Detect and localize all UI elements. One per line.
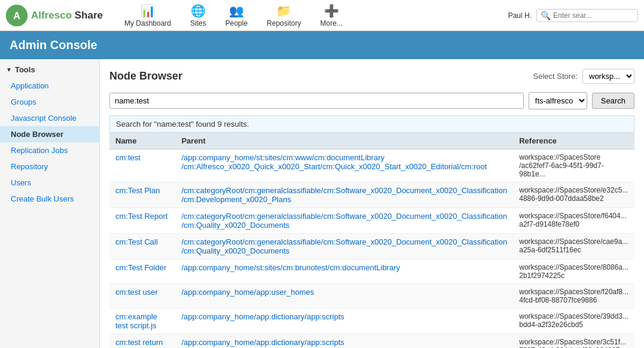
table-row: cm:test/app:company_home/st:sites/cm:www… xyxy=(109,149,634,182)
nav-sites[interactable]: 🌐 Sites xyxy=(181,0,216,31)
query-input[interactable] xyxy=(109,93,524,109)
top-nav: A Alfresco Share 📊 My Dashboard 🌐 Sites … xyxy=(0,0,644,31)
table-header-row: Name Parent Reference xyxy=(109,133,634,149)
sidebar-item-javascript-console[interactable]: Javascript Console xyxy=(0,110,99,126)
people-icon: 👥 xyxy=(229,4,244,18)
row-ref-line2: /ac62fef7-6ac9-45f1-99d7-98b1e... xyxy=(519,161,628,178)
row-parent-link[interactable]: /cm:categoryRoot/cm:generalclassifiable/… xyxy=(181,237,507,246)
nav-items: 📊 My Dashboard 🌐 Sites 👥 People 📁 Reposi… xyxy=(115,0,508,31)
row-parent-link[interactable]: /app:company_home/app:dictionary/app:scr… xyxy=(181,312,344,321)
row-ref-line1: workspace://SpacesStore xyxy=(519,153,628,161)
col-header-reference: Reference xyxy=(513,133,634,149)
row-name-link[interactable]: cm:Test Plan xyxy=(115,186,160,195)
content-area: Node Browser Select Store: worksp... fts… xyxy=(100,59,644,348)
row-parent-link[interactable]: /app:company_home/st:sites/cm:brunotest/… xyxy=(181,263,400,272)
search-box-nav[interactable]: 🔍 xyxy=(536,9,638,22)
row-ref-line2: a25a-6df2511f16ec xyxy=(519,246,628,254)
logo-area: A Alfresco Share xyxy=(6,5,115,26)
table-row: cm:test return value.js/app:company_home… xyxy=(109,334,634,349)
search-button[interactable]: Search xyxy=(592,93,634,109)
table-row: cm:example test script.js/app:company_ho… xyxy=(109,309,634,334)
row-ref-line1: workspace://SpacesStore/cae9a... xyxy=(519,237,628,246)
row-ref-line2: 4fcd-bf08-88707fce9886 xyxy=(519,296,628,304)
table-row: cm:Test Folder/app:company_home/st:sites… xyxy=(109,260,634,284)
row-ref-line1: workspace://SpacesStore/39dd3... xyxy=(519,312,628,320)
row-name-link[interactable]: cm:test return value.js xyxy=(115,338,163,348)
dashboard-icon: 📊 xyxy=(141,4,155,18)
table-row: cm:Test Call/cm:categoryRoot/cm:generalc… xyxy=(109,234,634,260)
search-type-select[interactable]: fts-alfresco lucene xpath xyxy=(529,92,587,109)
svg-text:A: A xyxy=(13,11,20,21)
sidebar-item-create-bulk-users[interactable]: Create Bulk Users xyxy=(0,191,99,207)
page-title-row: Node Browser Select Store: worksp... xyxy=(109,69,634,84)
row-name-link[interactable]: cm:test xyxy=(115,153,141,162)
row-parent-link[interactable]: /cm:categoryRoot/cm:generalclassifiable/… xyxy=(181,212,507,221)
col-header-name: Name xyxy=(109,133,175,149)
row-name-link[interactable]: cm:Test Folder xyxy=(115,263,166,272)
search-row: fts-alfresco lucene xpath Search xyxy=(109,92,634,109)
nav-repository[interactable]: 📁 Repository xyxy=(257,0,310,31)
table-body: cm:test/app:company_home/st:sites/cm:www… xyxy=(109,149,634,349)
search-input-nav[interactable] xyxy=(553,11,631,20)
sidebar-item-replication-jobs[interactable]: Replication Jobs xyxy=(0,142,99,158)
row-ref-line2: bdd4-a2f32e26cbd5 xyxy=(519,320,628,329)
sidebar-item-application[interactable]: Application xyxy=(0,78,99,94)
row-parent-link[interactable]: /cm:categoryRoot/cm:generalclassifiable/… xyxy=(181,186,507,195)
row-ref-line2: a2f7-d9148fe78ef0 xyxy=(519,220,628,228)
admin-console-header: Admin Console xyxy=(0,31,644,59)
row-ref-line1: workspace://SpacesStore/3c51f... xyxy=(519,338,628,346)
user-info: Paul H. xyxy=(508,11,532,20)
sidebar-item-repository[interactable]: Repository xyxy=(0,158,99,175)
search-area: Paul H. 🔍 xyxy=(508,9,638,22)
nav-my-dashboard[interactable]: 📊 My Dashboard xyxy=(115,0,181,31)
row-ref-line2: 2b1f2974225c xyxy=(519,271,628,280)
collapse-triangle-icon: ▼ xyxy=(6,66,12,73)
results-info: Search for "name:test" found 9 results. xyxy=(109,115,634,133)
row-name-link[interactable]: cm:Test Call xyxy=(115,237,158,246)
row-name-link[interactable]: cm:Test Report xyxy=(115,212,167,221)
table-row: cm:Test Plan/cm:categoryRoot/cm:generalc… xyxy=(109,182,634,208)
row-parent-link-2[interactable]: /cm:Quality_x0020_Documents xyxy=(181,221,507,230)
tools-header[interactable]: ▼ Tools xyxy=(0,59,99,78)
sites-icon: 🌐 xyxy=(191,4,206,18)
search-icon: 🔍 xyxy=(541,11,551,20)
store-select[interactable]: worksp... xyxy=(582,69,634,84)
sidebar: ▼ Tools Application Groups Javascript Co… xyxy=(0,59,100,348)
sidebar-item-groups[interactable]: Groups xyxy=(0,94,99,110)
nav-more[interactable]: ➕ More... xyxy=(310,0,352,31)
row-ref-line1: workspace://SpacesStore/f20af8... xyxy=(519,288,628,296)
select-store-label: Select Store: xyxy=(533,72,578,81)
more-icon: ➕ xyxy=(324,4,339,18)
row-name-link[interactable]: cm:example test script.js xyxy=(115,312,157,330)
row-ref-line1: workspace://SpacesStore/e32c5... xyxy=(519,186,628,194)
page-title: Node Browser xyxy=(109,70,182,83)
row-name-link[interactable]: cm:test user xyxy=(115,288,158,297)
row-ref-line1: workspace://SpacesStore/8086a... xyxy=(519,263,628,271)
row-parent-link[interactable]: /app:company_home/app:dictionary/app:scr… xyxy=(181,338,344,347)
results-table: Name Parent Reference cm:test/app:compan… xyxy=(109,133,634,348)
table-row: cm:Test Report/cm:categoryRoot/cm:genera… xyxy=(109,208,634,234)
nav-people[interactable]: 👥 People xyxy=(216,0,257,31)
logo-text: Alfresco Share xyxy=(31,9,103,22)
sidebar-item-node-browser[interactable]: Node Browser xyxy=(0,126,99,142)
sidebar-item-users[interactable]: Users xyxy=(0,175,99,191)
row-ref-line1: workspace://SpacesStore/f6404... xyxy=(519,212,628,220)
col-header-parent: Parent xyxy=(175,133,513,149)
table-row: cm:test user/app:company_home/app:user_h… xyxy=(109,284,634,309)
repository-icon: 📁 xyxy=(276,4,291,18)
row-parent-link-2[interactable]: /cm:Alfresco_x0020_Quick_x0020_Start/cm:… xyxy=(181,162,507,171)
row-parent-link-2[interactable]: /cm:Quality_x0020_Documents xyxy=(181,246,507,255)
row-parent-link[interactable]: /app:company_home/st:sites/cm:www/cm:doc… xyxy=(181,153,384,162)
row-parent-link-2[interactable]: /cm:Development_x0020_Plans xyxy=(181,195,507,204)
alfresco-logo-icon: A xyxy=(6,5,28,26)
select-store-area: Select Store: worksp... xyxy=(533,69,634,84)
row-ref-line2: 4886-9d9d-007ddaa58be2 xyxy=(519,194,628,203)
main-layout: ▼ Tools Application Groups Javascript Co… xyxy=(0,59,644,348)
row-parent-link[interactable]: /app:company_home/app:user_homes xyxy=(181,288,314,297)
